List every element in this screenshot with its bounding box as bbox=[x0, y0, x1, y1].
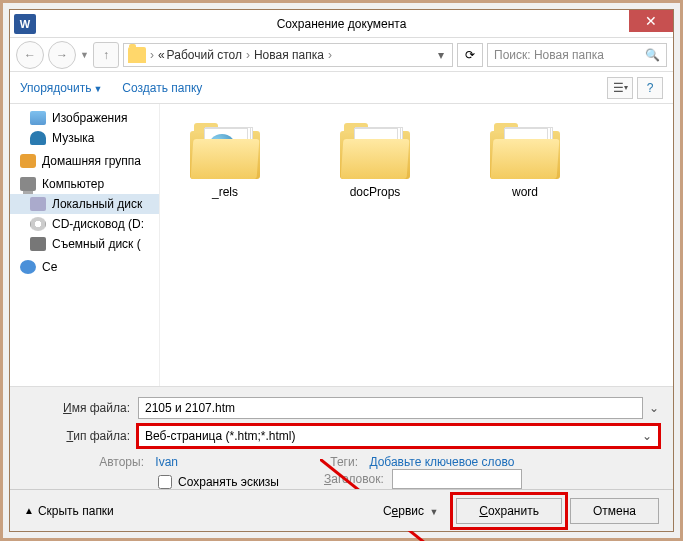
authors-value[interactable]: Ivan bbox=[155, 455, 178, 469]
close-button[interactable]: ✕ bbox=[629, 10, 673, 32]
title-field-label: Заголовок: bbox=[324, 472, 384, 486]
file-pane[interactable]: _rels docProps word bbox=[160, 104, 673, 386]
filetype-value: Веб-страница (*.htm;*.html) bbox=[145, 429, 295, 443]
pictures-icon bbox=[30, 111, 46, 125]
sidebar-item-pictures[interactable]: Изображения bbox=[10, 108, 159, 128]
hide-folders-button[interactable]: ▲ Скрыть папки bbox=[24, 504, 114, 518]
folder-label: _rels bbox=[212, 185, 238, 199]
sidebar-item-computer[interactable]: Компьютер bbox=[10, 171, 159, 194]
path-segment[interactable]: Новая папка bbox=[254, 48, 324, 62]
sidebar-item-local-disk[interactable]: Локальный диск bbox=[10, 194, 159, 214]
chevron-up-icon: ▲ bbox=[24, 505, 34, 516]
chevron-down-icon: ⌄ bbox=[636, 429, 652, 443]
chevron-right-icon: › bbox=[148, 48, 156, 62]
folder-rels[interactable]: _rels bbox=[170, 124, 280, 199]
body: Изображения Музыка Домашняя группа Компь… bbox=[10, 104, 673, 386]
search-icon: 🔍 bbox=[645, 48, 660, 62]
titlebar: W Сохранение документа ✕ bbox=[10, 10, 673, 38]
path-segment[interactable]: Рабочий стол bbox=[167, 48, 242, 62]
help-button[interactable]: ? bbox=[637, 77, 663, 99]
computer-icon bbox=[20, 177, 36, 191]
chevron-down-icon: ▼ bbox=[93, 84, 102, 94]
footer: ▲ Скрыть папки Сервис ▼ Сохранить Отмена bbox=[10, 489, 673, 531]
sidebar-item-removable[interactable]: Съемный диск ( bbox=[10, 234, 159, 254]
service-menu[interactable]: Сервис ▼ bbox=[383, 504, 438, 518]
sidebar-item-cd-drive[interactable]: CD-дисковод (D: bbox=[10, 214, 159, 234]
filename-dropdown-icon[interactable]: ⌄ bbox=[643, 401, 659, 415]
tags-label: Теги: bbox=[298, 455, 358, 469]
bottom-panel: Имя файла: ⌄ Тип файла: Веб-страница (*.… bbox=[10, 386, 673, 531]
cancel-button[interactable]: Отмена bbox=[570, 498, 659, 524]
thumbnail-label: Сохранять эскизы bbox=[178, 475, 279, 489]
save-dialog: W Сохранение документа ✕ ← → ▼ ↑ › « Раб… bbox=[9, 9, 674, 532]
tags-value[interactable]: Добавьте ключевое слово bbox=[369, 455, 514, 469]
organize-menu[interactable]: Упорядочить▼ bbox=[20, 81, 102, 95]
new-folder-button[interactable]: Создать папку bbox=[122, 81, 202, 95]
window-title: Сохранение документа bbox=[10, 17, 673, 31]
folder-icon bbox=[128, 47, 146, 63]
toolbar: Упорядочить▼ Создать папку ☰▾ ? bbox=[10, 72, 673, 104]
folder-docprops[interactable]: docProps bbox=[320, 124, 430, 199]
network-icon bbox=[20, 260, 36, 274]
thumbnail-checkbox[interactable] bbox=[158, 475, 172, 489]
usb-icon bbox=[30, 237, 46, 251]
sidebar-item-music[interactable]: Музыка bbox=[10, 128, 159, 148]
view-mode-button[interactable]: ☰▾ bbox=[607, 77, 633, 99]
save-button[interactable]: Сохранить bbox=[456, 498, 562, 524]
authors-label: Авторы: bbox=[84, 455, 144, 469]
filetype-combo[interactable]: Веб-страница (*.htm;*.html) ⌄ bbox=[138, 425, 659, 447]
filename-label: Имя файла: bbox=[24, 401, 138, 415]
disk-icon bbox=[30, 197, 46, 211]
sidebar: Изображения Музыка Домашняя группа Компь… bbox=[10, 104, 160, 386]
folder-label: docProps bbox=[350, 185, 401, 199]
recent-dropdown-icon[interactable]: ▼ bbox=[80, 50, 89, 60]
search-input[interactable]: Поиск: Новая папка 🔍 bbox=[487, 43, 667, 67]
path-prefix: « bbox=[158, 48, 165, 62]
sidebar-item-network[interactable]: Се bbox=[10, 254, 159, 277]
folder-label: word bbox=[512, 185, 538, 199]
homegroup-icon bbox=[20, 154, 36, 168]
navbar: ← → ▼ ↑ › « Рабочий стол › Новая папка ›… bbox=[10, 38, 673, 72]
word-icon: W bbox=[14, 14, 36, 34]
cd-icon bbox=[30, 217, 46, 231]
filetype-label: Тип файла: bbox=[24, 429, 138, 443]
chevron-right-icon: › bbox=[326, 48, 334, 62]
breadcrumb[interactable]: › « Рабочий стол › Новая папка › ▾ bbox=[123, 43, 453, 67]
refresh-button[interactable]: ⟳ bbox=[457, 43, 483, 67]
forward-button[interactable]: → bbox=[48, 41, 76, 69]
chevron-down-icon: ▼ bbox=[429, 507, 438, 517]
title-input[interactable] bbox=[392, 469, 522, 489]
folder-word[interactable]: word bbox=[470, 124, 580, 199]
path-dropdown-icon[interactable]: ▾ bbox=[434, 48, 448, 62]
up-button[interactable]: ↑ bbox=[93, 42, 119, 68]
filename-input[interactable] bbox=[138, 397, 643, 419]
back-button[interactable]: ← bbox=[16, 41, 44, 69]
chevron-right-icon: › bbox=[244, 48, 252, 62]
sidebar-item-homegroup[interactable]: Домашняя группа bbox=[10, 148, 159, 171]
music-icon bbox=[30, 131, 46, 145]
search-placeholder: Поиск: Новая папка bbox=[494, 48, 604, 62]
